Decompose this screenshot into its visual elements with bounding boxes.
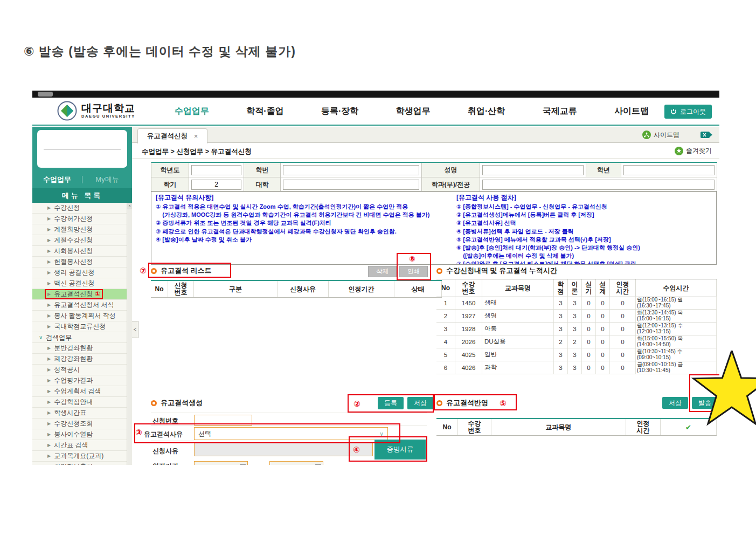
menu-item-label: 폐강강좌현황 <box>54 355 93 362</box>
menu-arrow-icon: ▶ <box>47 324 51 329</box>
semester-input[interactable] <box>191 180 241 190</box>
cell-theory: 2 <box>568 335 582 348</box>
nav-item[interactable]: 학적·졸업 <box>246 106 283 117</box>
nav-item[interactable]: 등록·장학 <box>321 106 358 117</box>
tab-close-icon[interactable]: × <box>194 132 198 140</box>
sitemap-link[interactable]: 사이트맵 <box>642 131 679 140</box>
sidebar-collapse-handle[interactable]: < <box>132 321 138 338</box>
menu-arrow-icon: ▶ <box>47 303 51 307</box>
menu-arrow-icon: ▶ <box>47 216 51 221</box>
scroll-up-icon[interactable]: ∧ <box>127 203 132 209</box>
sidebar-menu-item[interactable]: ▶수강허가신청 <box>32 214 132 224</box>
sidebar-tab-lecture[interactable]: 수업업무 <box>32 175 82 184</box>
sidebar-menu-item[interactable]: ▶사회봉사신청 <box>32 246 132 257</box>
cell-design: 0 <box>596 335 610 348</box>
sidebar-menu-item[interactable]: ▶교과목개요(교과) <box>32 451 132 462</box>
section-bullet-icon <box>151 268 157 274</box>
print-button[interactable]: 인쇄 <box>399 266 428 277</box>
nav-item[interactable]: 사이트맵 <box>614 106 649 117</box>
sidebar-menu-item[interactable]: ▶수강신청조회 <box>32 419 132 429</box>
year-input[interactable] <box>191 165 241 175</box>
list-section-title: 유고결석 리스트 <box>151 266 212 276</box>
sidebar-menu-item[interactable]: ▶봉사이수열람 <box>32 429 132 440</box>
main-content: 유고결석신청 × 사이트맵 <box>132 127 719 465</box>
send-button[interactable]: 발송 <box>692 397 718 409</box>
sidebar-menu-item[interactable]: ▶취업정보추천 <box>32 462 132 465</box>
sidebar-menu-item[interactable]: ▶수업평가결과 <box>32 375 132 386</box>
sidebar-menu-item[interactable]: ▶계절수강신청 <box>32 235 132 246</box>
sidebar-tab-mymenu[interactable]: My메뉴 <box>82 175 132 184</box>
notice-box: [유고결석 유의사항] ① 유고결석 적용은 대면수업 및 실시간 Zoom 수… <box>151 191 717 265</box>
notice-right-title: [유고결석 사용 절차] <box>456 193 715 202</box>
sidebar-menu-item[interactable]: ▶성적공시 <box>32 365 132 375</box>
period-end-input[interactable] <box>269 461 323 465</box>
absence-list-table-header: No 신청 번호 구분 신청사유 인정기간 상태 <box>151 280 442 298</box>
sidebar-menu-item[interactable]: ▶수강신청 <box>32 203 132 214</box>
apply-no-input[interactable] <box>194 415 252 426</box>
menu-arrow-icon: ▶ <box>47 249 51 253</box>
col-no: No <box>436 279 455 297</box>
sidebar-menu-item[interactable]: ▶학생시간표 <box>32 408 132 419</box>
reason-select[interactable]: 선택 ∨ <box>194 427 388 440</box>
logo-subtitle: DAEGU UNIVERSITY <box>81 114 135 119</box>
sidebar-menu-item[interactable]: ▶시간표 검색 <box>32 440 132 451</box>
create-save-button[interactable]: 저장 <box>407 397 433 409</box>
apply-save-button[interactable]: 저장 <box>662 397 688 409</box>
browser-strip-tab <box>38 92 53 97</box>
student-id-input[interactable] <box>283 165 419 175</box>
cell-recognized: 0 <box>610 310 636 322</box>
menu-arrow-icon: ▶ <box>47 281 51 286</box>
notice-right-lines: ① [종합정보시스템] - 수업업무 - 신청업무 - 유고결석신청② [유고결… <box>456 203 715 265</box>
table-row: 3 1928 아동 3 3 0 0 0 월(12:00~13:15) 수(12:… <box>436 323 717 335</box>
menu-arrow-icon: ▶ <box>47 259 51 264</box>
menu-scrollbar[interactable]: ∧ <box>127 203 132 465</box>
sidebar-menu-item[interactable]: ∨검색업무 <box>32 332 132 343</box>
divider <box>151 413 427 413</box>
col-course-name: 교과목명 <box>491 419 626 435</box>
name-input[interactable] <box>482 165 584 175</box>
grade-input[interactable] <box>623 165 715 175</box>
cell-no: 5 <box>436 348 455 361</box>
sidebar-menu-item[interactable]: ▶헌혈봉사신청 <box>32 257 132 268</box>
sidebar-menu-item[interactable]: ▶폐강강좌현황 <box>32 354 132 365</box>
sidebar-menu-item[interactable]: ▶수업계획서 검색 <box>32 386 132 397</box>
cell-design: 0 <box>596 361 610 374</box>
nav-item[interactable]: 국제교류 <box>543 106 577 117</box>
favorites-label: 즐겨찾기 <box>686 146 712 155</box>
sidebar-menu-item[interactable]: ▶국내학점교류신청 <box>32 321 132 332</box>
delete-button[interactable]: 삭제 <box>368 266 397 277</box>
sidebar-menu-item[interactable]: ▶유고결석신청서 서식 <box>32 300 132 311</box>
detail-reason-textarea[interactable] <box>194 442 373 456</box>
nav-item[interactable]: 취업·산학 <box>468 106 505 117</box>
college-input[interactable] <box>283 180 419 190</box>
nav-item[interactable]: 학생업무 <box>396 106 431 117</box>
close-all-windows-icon[interactable] <box>700 131 713 139</box>
sidebar-menu-item[interactable]: ▶계절희망신청 <box>32 224 132 235</box>
select-all-checkbox[interactable]: ✔ <box>661 419 717 435</box>
favorites-link[interactable]: 즐겨찾기 <box>675 146 712 155</box>
table-row: 5 4025 일반 3 3 0 0 0 월(10:30~11:45) 수(09:… <box>436 348 717 361</box>
cell-design: 0 <box>596 310 610 322</box>
sidebar-menu-item[interactable]: ▶생리 공결신청 <box>32 268 132 278</box>
register-button[interactable]: 등록 <box>378 397 404 409</box>
notice-line: (가상강좌, MOOC강좌 등 원격수업과 학습기간이 유고결석 허용기간보다 … <box>156 211 451 219</box>
app-window: 대구대학교 DAEGU UNIVERSITY 수업업무학적·졸업등록·장학학생업… <box>32 91 719 465</box>
sidebar-menu-item[interactable]: ▶유고결석신청① <box>32 289 132 300</box>
top-nav: 수업업무학적·졸업등록·장학학생업무취업·산학국제교류사이트맵 <box>168 98 655 125</box>
major-input[interactable] <box>482 180 715 190</box>
sidebar-menu-item[interactable]: ▶봉사 활동계획서 작성 <box>32 311 132 321</box>
period-start-input[interactable] <box>194 461 248 465</box>
logout-button[interactable]: 로그아웃 <box>664 105 712 119</box>
sidebar-menu-item[interactable]: ▶수강학점안내 <box>32 397 132 408</box>
cell-course-name: 과학 <box>482 361 554 374</box>
period-tilde: ~ <box>255 462 259 465</box>
sidebar-menu-item[interactable]: ▶분반강좌현황 <box>32 343 132 354</box>
sidebar-menu-item[interactable]: ▶백신 공결신청 <box>32 278 132 289</box>
attachment-button[interactable]: 증빙서류 <box>374 440 426 459</box>
notice-line: ③ 폐강으로 인한 유고결석은 단과대학행정실에서 폐강과목 수강신청자 명단 … <box>156 228 451 236</box>
calendar-icon <box>315 464 321 465</box>
menu-item-label: 국내학점교류신청 <box>54 323 106 330</box>
detail-reason-label: 신청사유 <box>152 447 178 456</box>
tab-yugo-absence[interactable]: 유고결석신청 × <box>137 128 207 143</box>
nav-item[interactable]: 수업업무 <box>175 106 209 117</box>
